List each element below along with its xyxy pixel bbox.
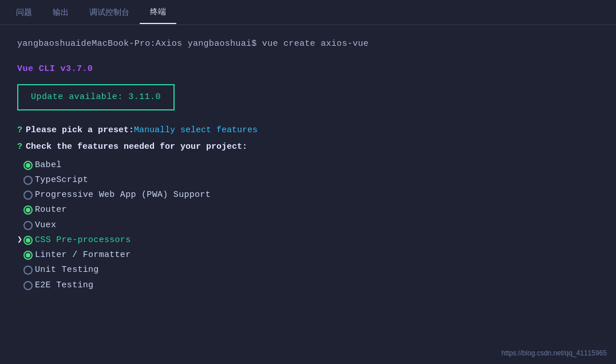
feature-item[interactable]: Babel [17, 158, 599, 173]
tab-bar: 问题 输出 调试控制台 终端 [0, 0, 616, 25]
question1-mark: ? [17, 123, 22, 138]
arrow-indicator [17, 158, 22, 173]
question1-text: Please pick a preset: [26, 123, 134, 138]
arrow-indicator [17, 263, 22, 278]
feature-item[interactable]: Progressive Web App (PWA) Support [17, 188, 599, 203]
feature-item[interactable]: TypeScript [17, 173, 599, 188]
command-line: yangbaoshuaideMacBook-Pro:Axios yangbaos… [17, 37, 599, 52]
feature-label: Router [35, 203, 67, 217]
arrow-indicator [17, 278, 22, 293]
feature-label: Babel [35, 158, 62, 173]
terminal-content: yangbaoshuaideMacBook-Pro:Axios yangbaos… [0, 25, 616, 304]
feature-item[interactable]: Router [17, 203, 599, 217]
question1-line: ? Please pick a preset: Manually select … [17, 123, 599, 138]
radio-button [23, 161, 33, 170]
question1-answer: Manually select features [134, 123, 258, 138]
tab-issues[interactable]: 问题 [6, 2, 42, 23]
feature-label: Linter / Formatter [35, 248, 131, 263]
arrow-indicator [17, 203, 22, 217]
feature-label: Progressive Web App (PWA) Support [35, 188, 211, 203]
question2-mark: ? [17, 140, 22, 155]
feature-item[interactable]: Unit Testing [17, 263, 599, 278]
feature-item[interactable]: Linter / Formatter [17, 248, 599, 263]
radio-button [23, 281, 33, 290]
tab-debug-console[interactable]: 调试控制台 [79, 2, 140, 23]
radio-button [23, 205, 33, 215]
radio-button [23, 251, 33, 260]
feature-label: E2E Testing [35, 278, 93, 293]
watermark: https://blog.csdn.net/qq_41115965 [502, 349, 607, 357]
tab-output[interactable]: 输出 [42, 2, 79, 23]
feature-label: TypeScript [35, 173, 88, 188]
feature-label: Vuex [35, 218, 56, 233]
tab-terminal[interactable]: 终端 [140, 1, 176, 24]
arrow-indicator [17, 248, 22, 263]
arrow-indicator [17, 173, 22, 188]
arrow-indicator [17, 218, 22, 233]
feature-label: Unit Testing [35, 263, 99, 278]
radio-button [23, 191, 33, 200]
arrow-indicator: ❯ [17, 233, 22, 248]
radio-button [23, 221, 33, 230]
radio-button [23, 236, 33, 245]
feature-item[interactable]: ❯CSS Pre-processors [17, 233, 599, 248]
question2-text: Check the features needed for your proje… [26, 140, 247, 155]
update-box: Update available: 3.11.0 [17, 84, 175, 110]
radio-button [23, 176, 33, 185]
feature-item[interactable]: Vuex [17, 218, 599, 233]
feature-label: CSS Pre-processors [35, 233, 131, 248]
feature-item[interactable]: E2E Testing [17, 278, 599, 293]
feature-list: Babel TypeScript Progressive Web App (PW… [17, 158, 599, 293]
arrow-indicator [17, 188, 22, 203]
radio-button [23, 266, 33, 275]
vue-cli-version: Vue CLI v3.7.0 [17, 62, 599, 77]
question2-line: ? Check the features needed for your pro… [17, 140, 599, 155]
